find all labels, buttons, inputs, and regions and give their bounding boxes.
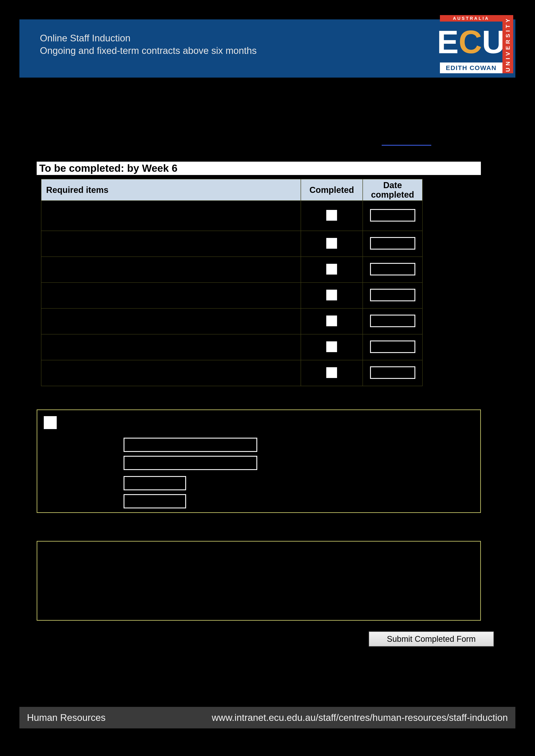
ecu-logo: AUSTRALIA ECU EDITH COWAN UNIVERSITY (438, 15, 515, 78)
completed-checkbox[interactable] (326, 367, 337, 378)
date-input[interactable] (370, 315, 415, 327)
logo-edith-cowan-label: EDITH COWAN (440, 63, 502, 73)
required-item-cell (41, 360, 301, 386)
date-cell (363, 334, 422, 360)
logo-letter-c: C (459, 23, 482, 61)
date-cell (363, 283, 422, 309)
completed-checkbox[interactable] (326, 290, 337, 300)
col-header-date: Date completed (363, 179, 422, 201)
completed-checkbox[interactable] (326, 238, 337, 249)
date-cell (363, 257, 422, 283)
date-cell (363, 231, 422, 257)
table-header-row: Required items Completed Date completed (41, 179, 422, 201)
staff-number-field[interactable] (124, 476, 186, 490)
completed-checkbox[interactable] (326, 341, 337, 352)
completed-checkbox[interactable] (326, 264, 337, 275)
logo-letter-e: E (437, 23, 459, 61)
table-row (41, 231, 422, 257)
table-row (41, 201, 422, 231)
date-cell (363, 201, 422, 231)
section-heading: To be completed: by Week 6 (37, 162, 481, 175)
completed-cell (301, 201, 363, 231)
position-field[interactable] (124, 456, 257, 470)
table-row (41, 334, 422, 360)
date-input[interactable] (370, 366, 415, 379)
supervisor-panel (37, 541, 481, 621)
table-row (41, 283, 422, 309)
required-item-cell (41, 283, 301, 309)
logo-university-label: UNIVERSITY (502, 15, 513, 73)
required-items-table: Required items Completed Date completed (41, 179, 423, 386)
footer-bar: Human Resources www.intranet.ecu.edu.au/… (19, 707, 515, 728)
completed-checkbox[interactable] (326, 210, 337, 221)
completed-checkbox[interactable] (326, 315, 337, 326)
confirmation-panel (37, 410, 481, 513)
footer-right: www.intranet.ecu.edu.au/staff/centres/hu… (212, 707, 508, 728)
name-field[interactable] (124, 438, 257, 452)
required-item-cell (41, 334, 301, 360)
date-input[interactable] (370, 289, 415, 301)
banner-subtitle: Ongoing and fixed-term contracts above s… (40, 45, 257, 56)
completed-cell (301, 309, 363, 334)
table-row (41, 360, 422, 386)
completed-cell (301, 257, 363, 283)
table-row (41, 257, 422, 283)
col-header-completed: Completed (301, 179, 363, 201)
logo-australia-label: AUSTRALIA (440, 15, 502, 21)
completed-cell (301, 231, 363, 257)
footer-left: Human Resources (27, 707, 105, 728)
date-cell (363, 309, 422, 334)
link-underline-fragment (382, 145, 431, 146)
date-input[interactable] (370, 263, 415, 275)
completed-cell (301, 334, 363, 360)
date-input[interactable] (370, 237, 415, 250)
required-item-cell (41, 309, 301, 334)
date-field[interactable] (124, 494, 186, 508)
header-banner: Online Staff Induction Ongoing and fixed… (19, 19, 515, 78)
date-input[interactable] (370, 340, 415, 353)
submit-button[interactable]: Submit Completed Form (369, 632, 494, 647)
logo-letter-u: U (482, 23, 505, 61)
completed-cell (301, 283, 363, 309)
banner-title: Online Staff Induction (40, 31, 130, 45)
completed-cell (301, 360, 363, 386)
logo-ecu-letters: ECU (440, 21, 502, 63)
confirmation-checkbox[interactable] (44, 416, 57, 429)
col-header-required: Required items (41, 179, 301, 201)
date-cell (363, 360, 422, 386)
required-item-cell (41, 257, 301, 283)
required-item-cell (41, 231, 301, 257)
table-row (41, 309, 422, 334)
date-input[interactable] (370, 209, 415, 222)
required-item-cell (41, 201, 301, 231)
